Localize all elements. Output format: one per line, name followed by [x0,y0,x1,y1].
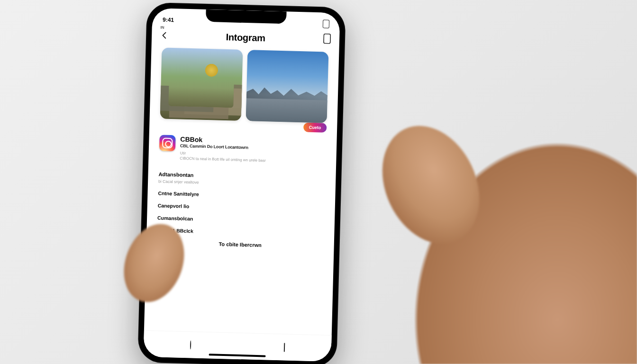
back-button[interactable] [160,31,169,39]
svg-rect-0 [324,34,331,43]
gallery-image-2[interactable] [246,50,329,123]
instagram-icon[interactable] [159,135,176,151]
battery-icon [323,19,329,28]
bookmark-icon [323,33,331,44]
gallery-image-1[interactable] [160,47,243,120]
nav-home-button[interactable] [190,341,191,349]
list-item[interactable]: Cumansbolcan [157,215,324,225]
list-item[interactable]: Canepvorl lio [158,202,325,212]
image-gallery [149,46,339,126]
chevron-left-icon [160,31,169,39]
square-icon [284,343,285,352]
phone-notch [206,9,287,24]
header-small-label: IN [161,25,164,29]
list-item[interactable]: Cntne Sanittelyre [158,190,325,200]
list-item[interactable]: Cdta 81 BBclck [157,227,324,237]
phone-frame: 9:41 IN Intogram Cueto CBBok [137,2,346,364]
action-pill-button[interactable]: Cueto [303,122,327,132]
bottom-nav [143,330,331,362]
profile-block: CBBok CBL Cammin Do Loort Locantowrn Uti… [148,130,337,165]
phone-screen: 9:41 IN Intogram Cueto CBBok [143,8,340,362]
circle-icon [190,340,191,349]
nav-profile-button[interactable] [284,343,285,352]
home-indicator[interactable] [209,354,266,357]
status-time: 9:41 [163,17,174,24]
app-title: Intogram [226,32,265,44]
header-action-button[interactable] [323,33,331,44]
